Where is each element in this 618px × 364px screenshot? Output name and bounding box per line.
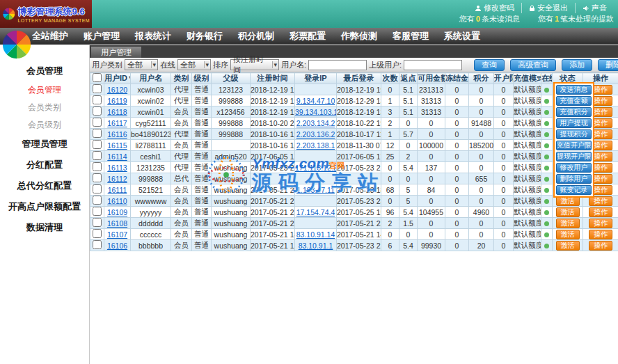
- nav-item[interactable]: 账户管理: [84, 30, 120, 42]
- change-password-link[interactable]: 修改密码: [468, 3, 521, 13]
- sidebar-item[interactable]: 总代分红配置: [0, 175, 89, 196]
- nav-item[interactable]: 报表统计: [135, 30, 171, 42]
- nav-item[interactable]: 作弊侦测: [341, 30, 377, 42]
- user-id-link[interactable]: 16119: [107, 97, 127, 105]
- column-header[interactable]: 用户ID▼: [104, 73, 131, 84]
- user-id-link[interactable]: 16115: [107, 141, 127, 150]
- row-action-menu-item[interactable]: 修改用户: [556, 163, 592, 173]
- username-input[interactable]: [308, 60, 367, 70]
- logout-link[interactable]: 安全退出: [521, 3, 575, 13]
- row-checkbox[interactable]: [93, 207, 102, 216]
- row-action-button[interactable]: 操作: [589, 207, 612, 217]
- user-id-link[interactable]: 16113: [107, 164, 127, 172]
- row-checkbox[interactable]: [93, 106, 102, 116]
- row-action-menu-item[interactable]: 账变记录: [556, 185, 592, 195]
- column-header[interactable]: 冻结金额: [445, 73, 469, 84]
- select-all-checkbox[interactable]: [93, 73, 102, 82]
- row-action-button[interactable]: 操作: [589, 230, 612, 239]
- column-header[interactable]: 最后登录: [337, 73, 381, 84]
- ip-link[interactable]: 83.10.91.14: [296, 230, 335, 239]
- column-header[interactable]: 级别: [192, 73, 212, 84]
- row-action-menu-item[interactable]: 提现开户限额: [556, 152, 592, 161]
- nav-item[interactable]: 系统设置: [444, 30, 480, 42]
- row-checkbox[interactable]: [93, 184, 102, 193]
- row-action-menu-item[interactable]: 充值开户限额: [556, 141, 592, 150]
- row-checkbox[interactable]: [93, 229, 102, 238]
- column-header[interactable]: 可用金额: [418, 73, 445, 84]
- sidebar-item[interactable]: 会员级别: [0, 116, 89, 134]
- user-id-link[interactable]: 16108: [107, 219, 127, 228]
- tab-user-management[interactable]: 用户管理: [91, 47, 141, 58]
- column-header[interactable]: 类别: [171, 73, 192, 84]
- ip-link[interactable]: 39.134.103.1: [295, 108, 337, 116]
- online-select[interactable]: 全部 ▾: [177, 59, 211, 70]
- column-header[interactable]: 积分: [469, 73, 494, 84]
- delete-button[interactable]: 删除: [598, 59, 618, 71]
- row-checkbox[interactable]: [93, 95, 102, 104]
- nav-item[interactable]: 财务银行: [187, 30, 223, 42]
- row-action-menu-item[interactable]: 充值积分: [556, 107, 592, 117]
- user-id-link[interactable]: 16114: [107, 152, 127, 161]
- column-header[interactable]: 返点: [399, 73, 418, 84]
- nav-item[interactable]: 积分机制: [238, 30, 274, 42]
- row-checkbox[interactable]: [93, 162, 102, 171]
- sidebar-item[interactable]: 数据清理: [0, 217, 89, 238]
- column-header[interactable]: 登录IP: [295, 73, 337, 84]
- user-category-select[interactable]: 全部 ▾: [125, 59, 158, 70]
- user-id-link[interactable]: 16111: [108, 186, 127, 194]
- nav-item[interactable]: 全站维护: [32, 30, 68, 42]
- sidebar-item[interactable]: 会员管理: [0, 61, 89, 81]
- pending-withdraw-notice[interactable]: 您有1笔未处理的提款: [538, 14, 614, 24]
- column-header[interactable]: 次数: [381, 73, 399, 84]
- nav-item[interactable]: 客服管理: [393, 30, 429, 42]
- column-header[interactable]: 开户限额: [494, 73, 514, 84]
- row-checkbox[interactable]: [93, 140, 102, 149]
- unread-message-notice[interactable]: 您有0条未读消息: [459, 14, 520, 24]
- ip-link[interactable]: 9.134.47.10: [296, 97, 335, 105]
- row-checkbox[interactable]: [93, 118, 102, 127]
- activate-button[interactable]: 激活: [556, 230, 580, 239]
- user-id-link[interactable]: 16107: [107, 230, 127, 239]
- user-id-link[interactable]: 16118: [107, 108, 127, 116]
- row-checkbox[interactable]: [93, 218, 102, 227]
- sidebar-item[interactable]: 会员类别: [0, 99, 89, 116]
- nav-item[interactable]: 彩票配置: [290, 30, 326, 42]
- row-action-button[interactable]: 操作: [589, 219, 612, 228]
- user-id-link[interactable]: 16106: [107, 242, 127, 250]
- ip-link[interactable]: 1.193.47.11: [296, 186, 335, 194]
- user-id-link[interactable]: 16117: [107, 119, 127, 127]
- column-header[interactable]: 充值模式: [514, 73, 541, 84]
- user-id-link[interactable]: 16112: [107, 175, 127, 183]
- row-checkbox[interactable]: [93, 84, 102, 93]
- sort-select[interactable]: 按注册时间 ▾: [230, 59, 279, 70]
- row-action-button[interactable]: 操作: [589, 241, 612, 251]
- column-header[interactable]: 注册时间: [251, 73, 295, 84]
- user-id-link[interactable]: 16120: [107, 86, 127, 94]
- parent-user-input[interactable]: [404, 60, 462, 70]
- ip-link[interactable]: 171.113.12.2: [295, 164, 337, 172]
- row-action-menu-item[interactable]: 充值金额: [556, 96, 592, 106]
- row-action-menu-item[interactable]: 提现积分: [556, 129, 592, 139]
- row-checkbox[interactable]: [93, 196, 102, 205]
- ip-link[interactable]: 2.203.138.1: [296, 141, 335, 150]
- add-button[interactable]: 添加: [562, 59, 592, 71]
- sidebar-item[interactable]: 会员管理: [0, 81, 89, 99]
- ip-link[interactable]: 2.203.134.2: [296, 119, 335, 127]
- column-header[interactable]: 用户名: [131, 73, 171, 84]
- user-id-link[interactable]: 16110: [107, 197, 127, 205]
- row-checkbox[interactable]: [93, 173, 102, 182]
- sidebar-item[interactable]: 分红配置: [0, 155, 89, 175]
- advanced-query-button[interactable]: 高级查询: [510, 59, 556, 71]
- row-action-menu-item[interactable]: 发送消息: [556, 85, 592, 95]
- query-button[interactable]: 查询: [474, 59, 505, 71]
- row-action-menu-item[interactable]: 删除用户: [556, 174, 592, 184]
- sound-toggle[interactable]: 声音: [575, 3, 614, 13]
- user-id-link[interactable]: 16116: [107, 130, 127, 139]
- row-action-menu-item[interactable]: 用户提现: [556, 118, 592, 128]
- ip-link[interactable]: 2.203.136.2: [296, 130, 335, 139]
- activate-button[interactable]: 激活: [556, 241, 580, 251]
- user-id-link[interactable]: 16109: [107, 208, 127, 216]
- row-checkbox[interactable]: [93, 129, 102, 138]
- ip-link[interactable]: 17.154.74.4: [296, 208, 335, 216]
- ip-link[interactable]: 83.10.91.1: [299, 242, 333, 250]
